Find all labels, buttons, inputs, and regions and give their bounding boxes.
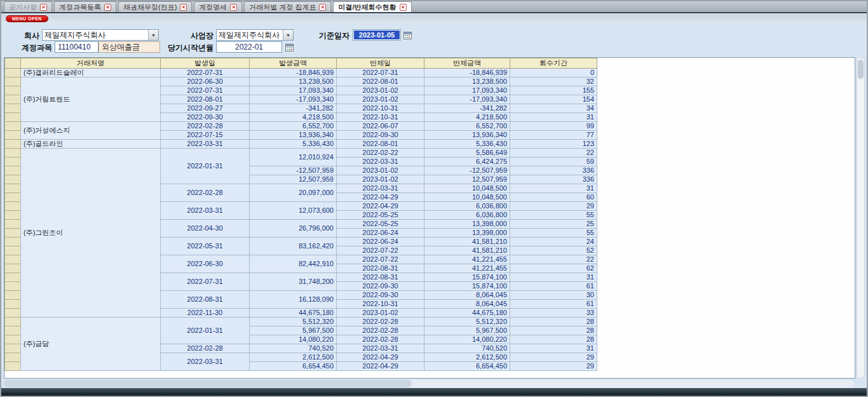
cell-customer-name[interactable]: (주)거성에스지 xyxy=(21,122,161,140)
row-selector[interactable] xyxy=(5,353,21,362)
cell-collection-days[interactable]: 55 xyxy=(510,211,597,220)
cell-date[interactable]: 2022-03-31 xyxy=(337,158,424,166)
row-selector[interactable] xyxy=(5,264,21,273)
cell-amount[interactable]: 6,552,700 xyxy=(424,122,510,131)
cell-amount[interactable]: 2,612,500 xyxy=(250,353,337,362)
cell-date[interactable]: 2022-10-31 xyxy=(337,300,424,309)
cell-amount[interactable]: 31,748,200 xyxy=(250,273,337,291)
cell-date[interactable]: 2022-01-31 xyxy=(161,318,250,344)
cell-amount[interactable]: 740,520 xyxy=(424,344,510,353)
cell-collection-days[interactable]: 30 xyxy=(510,291,597,300)
cell-amount[interactable]: 4,218,500 xyxy=(250,113,337,122)
row-selector[interactable] xyxy=(5,104,21,113)
row-selector[interactable] xyxy=(5,282,21,291)
company-select[interactable]: 제일제지주식회사 ▼ xyxy=(42,29,159,41)
cell-date[interactable]: 2022-06-07 xyxy=(337,122,424,131)
cell-collection-days[interactable]: 0 xyxy=(510,69,597,77)
row-selector[interactable] xyxy=(5,166,21,175)
row-selector[interactable] xyxy=(5,193,21,202)
row-selector[interactable] xyxy=(5,77,21,86)
cell-collection-days[interactable]: 62 xyxy=(510,264,597,273)
tab-3[interactable]: 채권채무장(전표)✕ xyxy=(118,1,192,12)
tab-close-icon[interactable]: ✕ xyxy=(230,4,237,11)
cell-date[interactable]: 2022-05-25 xyxy=(337,211,424,220)
tab-2[interactable]: 계정과목등록✕ xyxy=(54,1,116,12)
cell-amount[interactable]: 12,507,959 xyxy=(424,175,510,184)
cell-collection-days[interactable]: 59 xyxy=(510,158,597,166)
cell-date[interactable]: 2022-04-29 xyxy=(337,193,424,202)
horizontal-scrollbar[interactable] xyxy=(4,380,854,387)
cell-amount[interactable]: 14,080,220 xyxy=(424,335,510,344)
cell-date[interactable]: 2022-02-28 xyxy=(337,335,424,344)
calendar-icon[interactable] xyxy=(403,30,412,39)
cell-date[interactable]: 2022-03-31 xyxy=(161,353,250,371)
cell-collection-days[interactable]: 22 xyxy=(510,255,597,264)
row-selector[interactable] xyxy=(5,211,21,220)
cell-date[interactable]: 2022-09-30 xyxy=(337,291,424,300)
cell-date[interactable]: 2022-07-31 xyxy=(161,69,250,77)
cell-amount[interactable]: -18,846,939 xyxy=(250,69,337,77)
cell-date[interactable]: 2022-06-24 xyxy=(337,229,424,238)
cell-date[interactable]: 2022-07-31 xyxy=(161,273,250,291)
cell-date[interactable]: 2022-02-28 xyxy=(337,318,424,326)
menu-open-button[interactable]: MENU OPEN xyxy=(6,15,48,22)
cell-date[interactable]: 2022-06-30 xyxy=(161,77,250,86)
cell-date[interactable]: 2022-03-31 xyxy=(337,184,424,193)
cell-collection-days[interactable]: 123 xyxy=(510,140,597,149)
cell-collection-days[interactable]: 28 xyxy=(510,326,597,335)
cell-date[interactable]: 2022-08-01 xyxy=(337,77,424,86)
cell-collection-days[interactable]: 29 xyxy=(510,202,597,211)
cell-date[interactable]: 2022-05-31 xyxy=(161,238,250,255)
cell-amount[interactable]: 6,424,275 xyxy=(424,158,510,166)
base-date-input[interactable]: 2023-01-05 xyxy=(353,29,401,41)
cell-amount[interactable]: 10,048,500 xyxy=(424,193,510,202)
row-selector[interactable] xyxy=(5,318,21,326)
cell-collection-days[interactable]: 61 xyxy=(510,282,597,291)
cell-amount[interactable]: 6,654,450 xyxy=(250,362,337,371)
cell-collection-days[interactable]: 155 xyxy=(510,86,597,95)
cell-date[interactable]: 2022-08-31 xyxy=(337,273,424,282)
row-selector[interactable] xyxy=(5,246,21,255)
tab-4[interactable]: 계정명세✕ xyxy=(194,1,242,12)
cell-amount[interactable]: 5,967,500 xyxy=(424,326,510,335)
cell-date[interactable]: 2022-09-30 xyxy=(337,282,424,291)
cell-amount[interactable]: 12,010,924 xyxy=(250,149,337,166)
cell-date[interactable]: 2022-02-28 xyxy=(161,184,250,202)
row-selector[interactable] xyxy=(5,95,21,104)
row-selector[interactable] xyxy=(5,113,21,122)
chevron-down-icon[interactable]: ▼ xyxy=(283,30,293,40)
cell-amount[interactable]: 5,336,430 xyxy=(424,140,510,149)
cell-collection-days[interactable]: 154 xyxy=(510,95,597,104)
tab-close-icon[interactable]: ✕ xyxy=(180,4,187,11)
row-selector[interactable] xyxy=(5,229,21,238)
cell-date[interactable]: 2023-01-02 xyxy=(337,175,424,184)
cell-amount[interactable]: 83,162,420 xyxy=(250,238,337,255)
cell-date[interactable]: 2022-08-01 xyxy=(337,140,424,149)
cell-date[interactable]: 2022-10-31 xyxy=(337,104,424,113)
cell-collection-days[interactable]: 31 xyxy=(510,113,597,122)
cell-amount[interactable]: 13,936,340 xyxy=(250,131,337,140)
cell-amount[interactable]: -341,282 xyxy=(250,104,337,113)
cell-amount[interactable]: 5,336,430 xyxy=(250,140,337,149)
cell-date[interactable]: 2022-02-22 xyxy=(337,149,424,158)
cell-amount[interactable]: 5,586,649 xyxy=(424,149,510,158)
row-selector[interactable] xyxy=(5,220,21,229)
row-selector[interactable] xyxy=(5,86,21,95)
cell-collection-days[interactable]: 31 xyxy=(510,344,597,353)
cell-date[interactable]: 2023-01-02 xyxy=(337,309,424,318)
scrollbar-thumb[interactable] xyxy=(858,60,864,79)
row-selector[interactable] xyxy=(5,175,21,184)
row-selector[interactable] xyxy=(5,362,21,371)
cell-collection-days[interactable]: 24 xyxy=(510,238,597,246)
cell-collection-days[interactable]: 61 xyxy=(510,300,597,309)
cell-amount[interactable]: 13,398,000 xyxy=(424,220,510,229)
tab-1[interactable]: 공지사항✕ xyxy=(4,1,52,12)
row-selector[interactable] xyxy=(5,69,21,77)
cell-date[interactable]: 2022-03-31 xyxy=(161,202,250,220)
cell-date[interactable]: 2022-03-31 xyxy=(337,344,424,353)
cell-amount[interactable]: 15,874,100 xyxy=(424,282,510,291)
cell-amount[interactable]: 44,675,180 xyxy=(424,309,510,318)
cell-amount[interactable]: -17,093,340 xyxy=(250,95,337,104)
cell-date[interactable]: 2022-02-28 xyxy=(337,326,424,335)
row-selector[interactable] xyxy=(5,291,21,300)
